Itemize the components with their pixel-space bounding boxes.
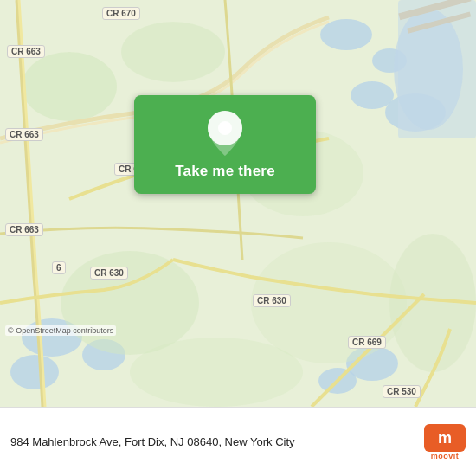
moovit-logo: m moovit (424, 424, 466, 460)
svg-point-15 (61, 251, 199, 355)
svg-point-22 (218, 121, 232, 135)
road-label-cr630-1: CR 630 (90, 267, 128, 280)
svg-point-13 (121, 22, 225, 82)
road-label-6: 6 (52, 261, 66, 274)
road-label-cr670: CR 670 (102, 7, 140, 20)
moovit-label: moovit (431, 452, 460, 460)
svg-point-3 (351, 81, 394, 109)
location-pin-icon (206, 111, 244, 156)
map-attribution: © OpenStreetMap contributors (5, 325, 116, 336)
moovit-icon: m (424, 424, 466, 452)
svg-point-9 (10, 355, 59, 389)
address-text: 984 Mahlenbrock Ave, Fort Dix, NJ 08640,… (10, 435, 295, 448)
road-label-cr663-3: CR 663 (5, 223, 43, 236)
take-me-there-label: Take me there (175, 163, 275, 180)
road-label-cr663-1: CR 663 (7, 45, 45, 58)
svg-point-12 (22, 52, 117, 121)
address-block: 984 Mahlenbrock Ave, Fort Dix, NJ 08640,… (10, 434, 415, 450)
road-label-cr669: CR 669 (348, 336, 386, 349)
info-bar: 984 Mahlenbrock Ave, Fort Dix, NJ 08640,… (0, 407, 476, 476)
map-container: CR 670 CR 663 CR 663 CR 618 CR 663 CR 63… (0, 0, 476, 407)
svg-point-18 (130, 338, 303, 407)
svg-point-1 (320, 19, 372, 50)
road-label-cr663-2: CR 663 (5, 128, 43, 141)
road-label-cr530: CR 530 (383, 385, 421, 398)
svg-text:m: m (438, 429, 452, 447)
road-label-cr630-2: CR 630 (253, 294, 291, 307)
take-me-there-card[interactable]: Take me there (134, 95, 316, 194)
map-background (0, 0, 476, 407)
